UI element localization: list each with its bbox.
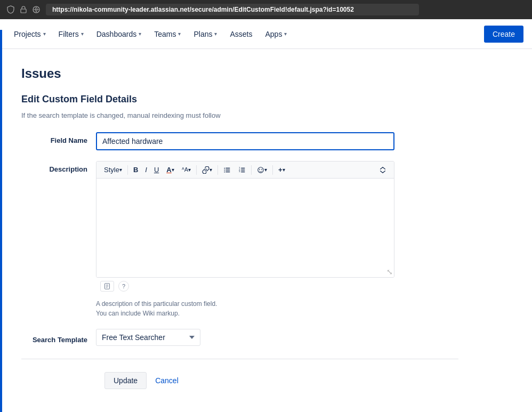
lock-icon xyxy=(19,5,28,14)
chevron-down-icon: ▾ xyxy=(209,167,212,173)
page-content: Issues Edit Custom Field Details If the … xyxy=(0,49,480,406)
url-prefix: https://nikola-community-leader. xyxy=(52,6,151,13)
nav-apps[interactable]: Apps ▾ xyxy=(260,26,292,43)
editor-footer: ? xyxy=(96,278,394,295)
toolbar-divider-2 xyxy=(196,165,197,175)
toolbar-divider-3 xyxy=(217,165,218,175)
url-suffix: /secure/admin/EditCustomField!default.js… xyxy=(189,6,353,13)
search-template-select[interactable]: Free Text Searcher Text Searcher Exact T… xyxy=(96,329,200,346)
editor-container: Style ▾ B I U A ▾ xyxy=(96,161,394,278)
collapse-toolbar-button[interactable] xyxy=(376,164,390,176)
svg-point-3 xyxy=(224,169,225,171)
svg-text:3.: 3. xyxy=(239,170,241,173)
search-template-label: Search Template xyxy=(21,332,96,344)
nav-assets[interactable]: Assets xyxy=(224,26,257,43)
chevron-down-icon: ▾ xyxy=(284,31,287,37)
emoji-button[interactable]: ▾ xyxy=(254,164,270,176)
svg-point-15 xyxy=(259,168,260,169)
nav-dashboards[interactable]: Dashboards ▾ xyxy=(91,26,147,43)
chevron-down-icon: ▾ xyxy=(188,167,191,173)
field-name-input[interactable] xyxy=(96,132,394,150)
chevron-down-icon: ▾ xyxy=(81,31,84,37)
link-button[interactable]: ▾ xyxy=(199,164,215,176)
editor-toolbar: Style ▾ B I U A ▾ xyxy=(96,161,394,179)
editor-body[interactable]: ⤡ xyxy=(96,179,394,277)
nav-teams[interactable]: Teams ▾ xyxy=(149,26,186,43)
shield-icon xyxy=(6,5,15,14)
search-template-field: Free Text Searcher Text Searcher Exact T… xyxy=(96,329,394,346)
svg-point-4 xyxy=(224,171,225,172)
bold-button[interactable]: B xyxy=(130,164,141,176)
bullet-list-icon xyxy=(223,166,231,174)
description-help-text: A description of this particular custom … xyxy=(96,299,394,318)
toolbar-divider-5 xyxy=(272,165,273,175)
browser-chrome: https://nikola-community-leader.atlassia… xyxy=(0,0,532,19)
help-button[interactable]: ? xyxy=(118,281,129,292)
chevron-down-icon: ▾ xyxy=(264,167,267,173)
attachment-icon xyxy=(104,283,110,289)
page-title: Issues xyxy=(21,66,458,81)
chevron-down-icon: ▾ xyxy=(119,167,122,173)
font-size-group: ᴬA ▾ xyxy=(179,164,194,175)
svg-point-2 xyxy=(224,167,225,168)
main-nav: Projects ▾ Filters ▾ Dashboards ▾ Teams … xyxy=(0,19,532,49)
style-group: Style ▾ xyxy=(101,164,125,176)
nav-projects[interactable]: Projects ▾ xyxy=(9,26,51,43)
section-title: Edit Custom Field Details xyxy=(21,94,458,105)
search-template-row: Search Template Free Text Searcher Text … xyxy=(21,329,458,346)
browser-security-icons xyxy=(6,5,41,14)
chevron-down-icon: ▾ xyxy=(43,31,46,37)
left-accent-bar xyxy=(0,30,2,406)
link-icon xyxy=(202,166,209,174)
toolbar-divider-4 xyxy=(251,165,252,175)
chevron-down-icon: ▾ xyxy=(172,167,174,173)
chevron-down-icon: ▾ xyxy=(178,31,181,37)
chevron-down-icon: ▾ xyxy=(214,31,217,37)
resize-handle[interactable]: ⤡ xyxy=(386,268,393,276)
field-name-field xyxy=(96,132,394,150)
field-name-row: Field Name xyxy=(21,132,458,150)
svg-rect-0 xyxy=(21,9,26,13)
attachment-button[interactable] xyxy=(100,281,114,292)
italic-button[interactable]: I xyxy=(142,164,150,176)
nav-plans[interactable]: Plans ▾ xyxy=(188,26,222,43)
underline-button[interactable]: U xyxy=(151,164,162,176)
description-field: Style ▾ B I U A ▾ xyxy=(96,161,394,318)
chevron-down-icon: ▾ xyxy=(283,167,285,173)
color-group: A ▾ xyxy=(163,164,177,176)
collapse-icon xyxy=(379,166,386,174)
numbered-list-icon: 1. 2. 3. xyxy=(238,166,246,174)
toolbar-divider-1 xyxy=(127,165,128,175)
svg-point-16 xyxy=(261,168,262,169)
bullet-list-button[interactable] xyxy=(220,164,234,176)
more-options-button[interactable]: + ▾ xyxy=(275,164,288,176)
font-size-button[interactable]: ᴬA ▾ xyxy=(179,164,194,175)
address-bar[interactable]: https://nikola-community-leader.atlassia… xyxy=(46,4,419,15)
text-color-button[interactable]: A ▾ xyxy=(163,164,177,176)
create-button[interactable]: Create xyxy=(484,26,523,43)
cancel-button[interactable]: Cancel xyxy=(153,373,181,389)
url-domain: atlassian.net xyxy=(151,6,190,13)
nav-filters[interactable]: Filters ▾ xyxy=(53,26,89,43)
network-icon xyxy=(32,5,41,14)
action-row: Update Cancel xyxy=(104,372,458,389)
info-text: If the search template is changed, manua… xyxy=(21,111,458,119)
text-format-group: B I U xyxy=(130,164,162,176)
emoji-icon xyxy=(257,166,264,174)
description-label: Description xyxy=(21,161,96,173)
chevron-down-icon: ▾ xyxy=(139,31,141,37)
field-name-label: Field Name xyxy=(21,132,96,144)
form-divider xyxy=(21,359,458,359)
update-button[interactable]: Update xyxy=(104,372,147,389)
style-dropdown-button[interactable]: Style ▾ xyxy=(101,164,125,176)
numbered-list-button[interactable]: 1. 2. 3. xyxy=(235,164,249,176)
description-row: Description Style ▾ B I U xyxy=(21,161,458,318)
